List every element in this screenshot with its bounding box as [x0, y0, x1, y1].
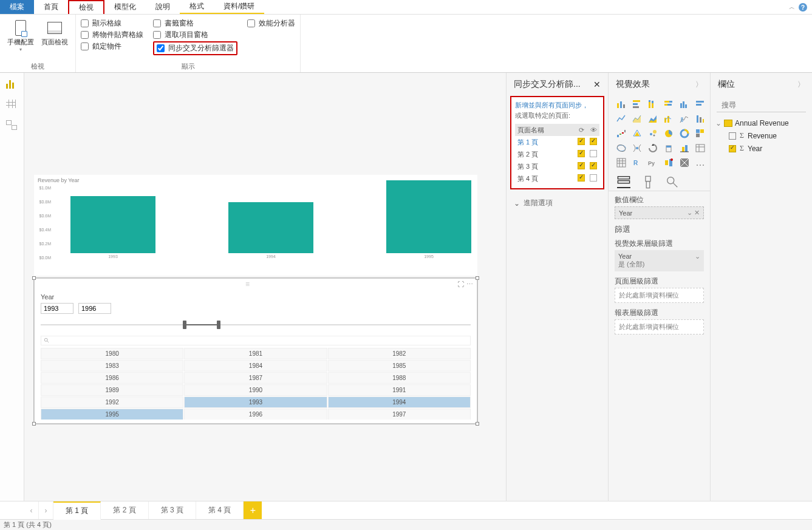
viz-type-icon[interactable]	[615, 113, 628, 125]
field-table-header[interactable]: ⌄ Annual Revenue	[715, 117, 807, 129]
value-field-well[interactable]: Year ⌄ ✕	[615, 206, 704, 219]
report-filter-dropzone[interactable]: 於此處新增資料欄位	[615, 319, 704, 335]
viz-type-icon[interactable]	[646, 98, 660, 110]
viz-type-icon[interactable]	[646, 142, 660, 154]
year-cell[interactable]: 1996	[184, 409, 327, 420]
slicer-search[interactable]	[41, 336, 471, 345]
phone-layout-button[interactable]: 手機配置 ▾	[5, 17, 36, 61]
chart-bar[interactable]	[70, 196, 155, 253]
tab-help[interactable]: 說明	[146, 0, 180, 14]
viz-type-icon[interactable]	[646, 113, 660, 125]
viz-type-icon[interactable]	[678, 127, 691, 140]
page-tab[interactable]: 第 4 頁	[196, 501, 244, 519]
year-cell[interactable]: 1984	[184, 360, 327, 372]
focus-mode-icon[interactable]: ⛶	[457, 280, 464, 288]
sync-slicers-checkbox[interactable]: 同步交叉分析篩選器	[153, 41, 237, 55]
viz-type-icon[interactable]	[678, 113, 691, 125]
viz-type-icon[interactable]	[615, 98, 628, 110]
year-cell[interactable]: 1986	[41, 372, 183, 384]
selection-pane-checkbox[interactable]: 選取項目窗格	[153, 30, 237, 40]
lock-objects-checkbox[interactable]: 鎖定物件	[81, 41, 143, 52]
page-view-button[interactable]: 頁面檢視	[39, 17, 70, 61]
viz-type-icon[interactable]	[694, 98, 707, 110]
sync-checkbox[interactable]	[575, 174, 587, 183]
tab-format[interactable]: 格式	[180, 0, 214, 14]
sync-checkbox[interactable]	[575, 162, 587, 171]
sync-page-name[interactable]: 第 4 頁	[515, 174, 575, 183]
sync-checkbox[interactable]	[575, 150, 587, 158]
year-cell[interactable]: 1992	[41, 396, 183, 408]
year-cell[interactable]: 1995	[41, 409, 183, 420]
visible-checkbox[interactable]	[587, 162, 599, 171]
chevron-right-icon[interactable]: 〉	[695, 80, 703, 90]
close-icon[interactable]: ✕	[593, 80, 601, 89]
year-cell[interactable]: 1991	[328, 384, 471, 396]
chart-bar[interactable]	[228, 202, 313, 253]
tab-home[interactable]: 首頁	[34, 0, 68, 14]
viz-type-icon[interactable]	[678, 157, 691, 169]
year-cell[interactable]: 1981	[184, 348, 327, 359]
slicer-slider[interactable]	[41, 319, 471, 331]
viz-type-icon[interactable]	[662, 157, 675, 169]
analytics-tab-icon[interactable]	[666, 176, 679, 188]
slicer-to-input[interactable]	[78, 303, 111, 314]
collapse-ribbon-icon[interactable]: ︿	[789, 3, 795, 12]
year-cell[interactable]: 1982	[328, 348, 471, 359]
bar-chart-visual[interactable]: Revenue by Year $1.0M$0.8M$0.6M $0.4M$0.…	[34, 175, 477, 276]
field-item[interactable]: ΣYear	[715, 142, 807, 155]
page-filter-dropzone[interactable]: 於此處新增資料欄位	[615, 288, 704, 303]
page-prev-button[interactable]: ‹	[24, 501, 39, 519]
sync-page-name[interactable]: 第 2 頁	[515, 150, 575, 159]
year-cell[interactable]: 1980	[41, 348, 183, 359]
page-tab[interactable]: 第 3 頁	[149, 501, 196, 519]
field-checkbox[interactable]	[729, 132, 736, 140]
tab-file[interactable]: 檔案	[0, 0, 34, 14]
year-cell[interactable]: 1994	[328, 396, 471, 408]
fields-tab-icon[interactable]	[617, 176, 630, 188]
visible-checkbox[interactable]	[587, 150, 599, 158]
year-cell[interactable]: 1993	[184, 396, 327, 408]
format-tab-icon[interactable]	[641, 176, 655, 188]
model-view-icon[interactable]	[6, 120, 18, 130]
year-cell[interactable]: 1985	[328, 360, 471, 372]
viz-type-icon[interactable]	[662, 142, 675, 154]
fields-search-input[interactable]	[722, 101, 812, 109]
viz-type-icon[interactable]	[615, 127, 628, 140]
report-canvas[interactable]: Revenue by Year $1.0M$0.8M$0.6M $0.4M$0.…	[24, 73, 506, 501]
performance-analyzer-checkbox[interactable]: 效能分析器	[247, 18, 295, 29]
viz-type-icon[interactable]	[615, 157, 628, 169]
help-icon[interactable]: ?	[799, 3, 807, 12]
sync-all-pages-link[interactable]: 新增並與所有頁面同步，	[515, 101, 599, 110]
viz-type-icon[interactable]	[678, 142, 691, 154]
advanced-options-toggle[interactable]: ⌄ 進階選項	[507, 193, 608, 213]
bookmarks-pane-checkbox[interactable]: 書籤窗格	[153, 18, 237, 29]
viz-type-icon[interactable]	[662, 113, 675, 125]
viz-type-icon[interactable]	[630, 98, 644, 110]
slicer-visual[interactable]: ≡ ⛶ ⋯ Year	[34, 278, 477, 424]
viz-type-icon[interactable]: Py	[646, 157, 660, 169]
viz-type-icon[interactable]	[630, 142, 644, 154]
viz-type-icon[interactable]: R	[630, 157, 644, 169]
viz-type-icon[interactable]	[615, 142, 628, 154]
fields-search[interactable]	[717, 98, 806, 112]
year-cell[interactable]: 1983	[41, 360, 183, 372]
chart-bar[interactable]	[386, 180, 471, 253]
show-gridlines-checkbox[interactable]: 顯示格線	[81, 18, 143, 29]
visual-filter-card[interactable]: Year 是 (全部) ⌄	[615, 250, 704, 271]
sync-checkbox[interactable]	[575, 138, 587, 146]
field-checkbox[interactable]	[729, 145, 736, 152]
snap-to-grid-checkbox[interactable]: 將物件貼齊格線	[81, 30, 143, 40]
tab-view[interactable]: 檢視	[68, 0, 104, 14]
page-tab[interactable]: 第 2 頁	[101, 501, 148, 519]
viz-type-icon[interactable]	[662, 98, 675, 110]
viz-type-icon[interactable]	[694, 113, 707, 125]
viz-type-icon[interactable]	[662, 127, 675, 140]
year-cell[interactable]: 1987	[184, 372, 327, 384]
more-options-icon[interactable]: ⋯	[466, 280, 473, 288]
tab-data-drill[interactable]: 資料/鑽研	[214, 0, 264, 14]
year-cell[interactable]: 1988	[328, 372, 471, 384]
viz-type-icon[interactable]	[630, 127, 644, 140]
slicer-from-input[interactable]	[41, 303, 73, 314]
drag-handle-icon[interactable]: ≡	[38, 280, 457, 288]
visible-checkbox[interactable]	[587, 174, 599, 183]
